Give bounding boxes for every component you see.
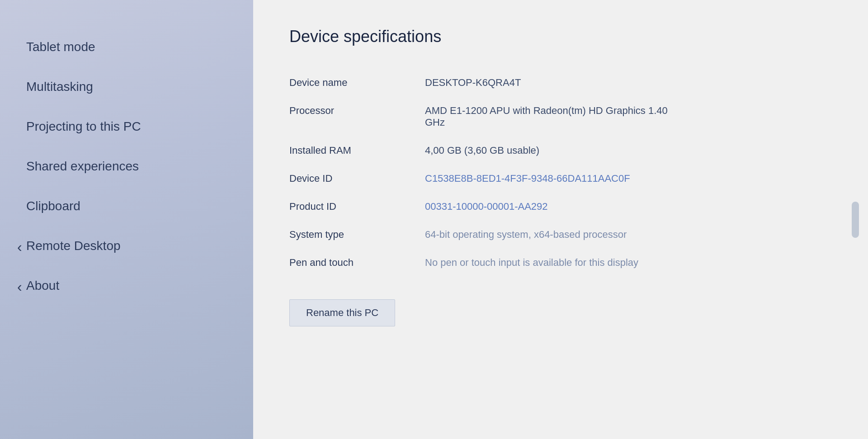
sidebar-item-remote-desktop[interactable]: Remote Desktop (18, 226, 235, 266)
spec-value: DESKTOP-K6QRA4T (416, 69, 696, 97)
spec-label: Device ID (289, 165, 416, 193)
spec-value: AMD E1-1200 APU with Radeon(tm) HD Graph… (416, 97, 696, 137)
spec-label: Pen and touch (289, 249, 416, 277)
spec-value: 64-bit operating system, x64-based proce… (416, 221, 696, 249)
spec-label: System type (289, 221, 416, 249)
spec-label: Product ID (289, 193, 416, 221)
sidebar: Tablet modeMultitaskingProjecting to thi… (0, 0, 253, 439)
spec-label: Processor (289, 97, 416, 137)
spec-table: Device nameDESKTOP-K6QRA4TProcessorAMD E… (289, 69, 696, 277)
sidebar-item-clipboard[interactable]: Clipboard (18, 186, 235, 226)
spec-value: 4,00 GB (3,60 GB usable) (416, 137, 696, 165)
spec-label: Installed RAM (289, 137, 416, 165)
spec-label: Device name (289, 69, 416, 97)
scrollbar[interactable] (852, 202, 859, 238)
sidebar-item-shared-experiences[interactable]: Shared experiences (18, 146, 235, 186)
sidebar-item-projecting[interactable]: Projecting to this PC (18, 107, 235, 146)
sidebar-item-about[interactable]: About (18, 266, 235, 306)
spec-value: C1538E8B-8ED1-4F3F-9348-66DA111AAC0F (416, 165, 696, 193)
spec-value: 00331-10000-00001-AA292 (416, 193, 696, 221)
section-title: Device specifications (289, 27, 832, 46)
sidebar-item-multitasking[interactable]: Multitasking (18, 67, 235, 107)
spec-value: No pen or touch input is available for t… (416, 249, 696, 277)
sidebar-item-tablet-mode[interactable]: Tablet mode (18, 27, 235, 67)
main-content: Device specifications Device nameDESKTOP… (253, 0, 868, 439)
rename-pc-button[interactable]: Rename this PC (289, 299, 395, 326)
